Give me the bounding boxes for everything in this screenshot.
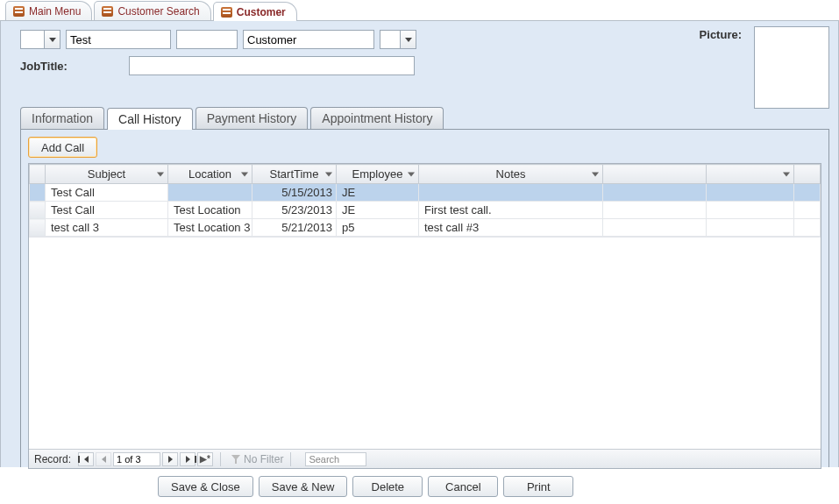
col-employee[interactable]: Employee: [337, 165, 419, 184]
cell-extra[interactable]: [794, 202, 821, 219]
cell-extra[interactable]: [707, 219, 794, 237]
subtab-appointment-history[interactable]: Appointment History: [310, 107, 444, 129]
nav-next-button[interactable]: [162, 452, 178, 466]
cell-employee[interactable]: JE: [337, 184, 419, 202]
detail-tab-strip: Information Call History Payment History…: [20, 107, 829, 130]
save-close-button[interactable]: Save & Close: [158, 476, 253, 497]
cell-subject[interactable]: Test Call: [46, 184, 168, 202]
row-selector[interactable]: [30, 184, 46, 202]
cell-starttime[interactable]: 5/15/2013: [252, 184, 337, 202]
print-button[interactable]: Print: [503, 476, 573, 497]
grid-empty-area: [29, 237, 821, 449]
cell-extra[interactable]: [603, 202, 707, 219]
first-name-input[interactable]: [66, 30, 171, 49]
cell-extra[interactable]: [603, 184, 707, 202]
last-icon: [186, 456, 190, 463]
cell-starttime[interactable]: 5/23/2013: [252, 202, 337, 219]
form-icon: [102, 6, 113, 17]
chevron-down-icon: [241, 172, 248, 176]
cell-notes[interactable]: [419, 184, 603, 202]
col-label: Subject: [88, 167, 125, 181]
tab-label: Main Menu: [29, 5, 81, 18]
subtab-information[interactable]: Information: [20, 107, 104, 129]
form-icon: [13, 6, 25, 17]
col-starttime[interactable]: StartTime: [252, 165, 337, 184]
cell-extra[interactable]: [794, 184, 821, 202]
cell-extra[interactable]: [707, 202, 794, 219]
cell-subject[interactable]: test call 3: [46, 219, 168, 237]
chevron-down-icon: [49, 38, 56, 42]
dropdown-button[interactable]: [44, 31, 60, 48]
col-label: Location: [188, 167, 231, 181]
dropdown-button[interactable]: [400, 31, 416, 48]
row-selector[interactable]: [30, 202, 46, 219]
grid-search-input[interactable]: [305, 452, 366, 466]
prefix-input[interactable]: [21, 31, 44, 48]
tab-customer[interactable]: Customer: [213, 2, 297, 21]
col-label: Employee: [352, 167, 403, 181]
table-row[interactable]: Test Call 5/15/2013 JE: [30, 184, 821, 202]
name-row: Picture: JobTitle:: [20, 30, 829, 77]
cancel-button[interactable]: Cancel: [428, 476, 498, 497]
chevron-down-icon: [408, 172, 415, 176]
form-icon: [221, 7, 232, 18]
middle-name-input[interactable]: [176, 30, 238, 49]
col-notes[interactable]: Notes: [419, 165, 603, 184]
calls-grid: Subject Location StartTime Employee Note…: [28, 163, 821, 469]
col-extra2[interactable]: [707, 165, 794, 184]
col-subject[interactable]: Subject: [46, 165, 168, 184]
chevron-down-icon: [325, 172, 332, 176]
calls-table: Subject Location StartTime Employee Note…: [29, 164, 821, 237]
cell-location[interactable]: Test Location 3: [168, 219, 252, 237]
chevron-down-icon: [157, 172, 164, 176]
chevron-down-icon: [783, 172, 790, 176]
customer-form: Picture: JobTitle: Information Call Hist…: [0, 21, 839, 467]
add-call-button[interactable]: Add Call: [28, 137, 97, 158]
form-footer: Save & Close Save & New Delete Cancel Pr…: [0, 467, 839, 497]
suffix-combo[interactable]: [380, 30, 416, 49]
suffix-input[interactable]: [380, 31, 400, 48]
jobtitle-input[interactable]: [129, 56, 415, 75]
subtab-payment-history[interactable]: Payment History: [196, 107, 309, 129]
cell-extra[interactable]: [603, 219, 707, 237]
nav-new-button[interactable]: ▶*: [197, 452, 213, 466]
record-navigator: Record: ▶* No Filter: [29, 449, 821, 468]
subtab-call-history[interactable]: Call History: [107, 108, 193, 130]
col-label: StartTime: [270, 167, 319, 181]
save-new-button[interactable]: Save & New: [259, 476, 348, 497]
picture-label: Picture:: [700, 28, 742, 41]
filter-text: No Filter: [244, 453, 283, 465]
cell-extra[interactable]: [707, 184, 794, 202]
col-location[interactable]: Location: [168, 165, 252, 184]
nav-prev-button[interactable]: [96, 452, 111, 466]
nav-first-button[interactable]: [78, 452, 94, 466]
col-extra3[interactable]: [794, 165, 821, 184]
cell-subject[interactable]: Test Call: [46, 202, 168, 219]
col-extra1[interactable]: [603, 165, 707, 184]
cell-notes[interactable]: test call #3: [419, 219, 603, 237]
table-row[interactable]: test call 3 Test Location 3 5/21/2013 p5…: [30, 219, 821, 237]
cell-location[interactable]: [168, 184, 252, 202]
picture-box[interactable]: [754, 26, 829, 109]
cell-notes[interactable]: First test call.: [419, 202, 603, 219]
cell-starttime[interactable]: 5/21/2013: [252, 219, 337, 237]
nav-last-button[interactable]: [180, 452, 196, 466]
tab-customer-search[interactable]: Customer Search: [94, 1, 210, 20]
prefix-combo[interactable]: [20, 30, 60, 49]
table-row[interactable]: Test Call Test Location 5/23/2013 JE Fir…: [30, 202, 821, 219]
filter-indicator[interactable]: No Filter: [231, 453, 283, 465]
row-selector-header[interactable]: [30, 165, 46, 184]
record-position-input[interactable]: [113, 452, 160, 466]
cell-location[interactable]: Test Location: [168, 202, 252, 219]
funnel-icon: [231, 455, 240, 464]
last-name-input[interactable]: [243, 30, 374, 49]
chevron-down-icon: [592, 172, 599, 176]
col-label: Notes: [496, 167, 526, 181]
new-record-icon: ▶*: [200, 455, 210, 464]
cell-extra[interactable]: [794, 219, 821, 237]
tab-main-menu[interactable]: Main Menu: [5, 1, 92, 20]
delete-button[interactable]: Delete: [352, 476, 423, 497]
cell-employee[interactable]: p5: [337, 219, 419, 237]
row-selector[interactable]: [30, 219, 46, 237]
cell-employee[interactable]: JE: [337, 202, 419, 219]
